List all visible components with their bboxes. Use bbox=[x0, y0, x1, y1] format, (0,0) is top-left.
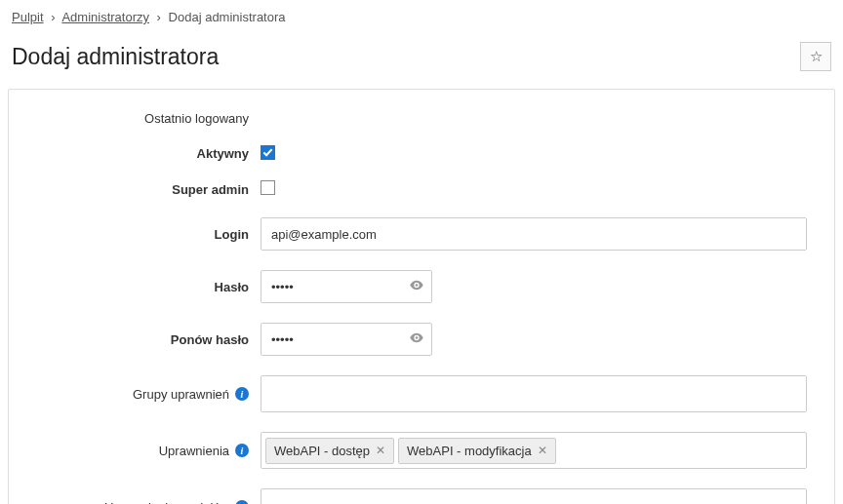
permission-groups-label-wrap: Grupy uprawnień i bbox=[9, 387, 261, 402]
breadcrumb: Pulpit › Administratorzy › Dodaj adminis… bbox=[0, 0, 843, 34]
active-label: Aktywny bbox=[9, 146, 261, 161]
module-permissions-label-wrap: Uprawnienia modułów i bbox=[9, 500, 261, 505]
password-label: Hasło bbox=[9, 280, 261, 294]
password-repeat-input[interactable] bbox=[261, 323, 432, 356]
form-panel: Ostatnio logowany Aktywny Super admin Lo… bbox=[8, 89, 835, 504]
breadcrumb-link-pulpit[interactable]: Pulpit bbox=[12, 10, 44, 24]
breadcrumb-current: Dodaj administratora bbox=[169, 10, 286, 24]
tag-remove-icon[interactable]: ✕ bbox=[538, 444, 547, 457]
page-header: Dodaj administratora ☆ bbox=[0, 34, 843, 89]
password-repeat-label: Ponów hasło bbox=[9, 332, 261, 347]
login-label: Login bbox=[9, 227, 261, 242]
active-checkbox[interactable] bbox=[261, 145, 275, 160]
permission-tag: WebAPI - dostęp ✕ bbox=[265, 438, 394, 464]
last-login-label: Ostatnio logowany bbox=[9, 111, 261, 126]
superadmin-checkbox[interactable] bbox=[261, 180, 275, 195]
breadcrumb-separator: › bbox=[157, 10, 161, 24]
page-title: Dodaj administratora bbox=[12, 44, 219, 70]
breadcrumb-link-administratorzy[interactable]: Administratorzy bbox=[61, 10, 149, 24]
eye-icon[interactable] bbox=[409, 330, 424, 349]
tag-remove-icon[interactable]: ✕ bbox=[376, 444, 385, 457]
tag-label: WebAPI - dostęp bbox=[274, 444, 370, 458]
info-icon[interactable]: i bbox=[235, 444, 249, 457]
permissions-input[interactable]: WebAPI - dostęp ✕ WebAPI - modyfikacja ✕ bbox=[261, 432, 807, 469]
permission-groups-label: Grupy uprawnień bbox=[133, 387, 229, 402]
superadmin-label: Super admin bbox=[9, 182, 261, 197]
star-icon: ☆ bbox=[810, 48, 823, 65]
permission-tag: WebAPI - modyfikacja ✕ bbox=[398, 438, 556, 464]
info-icon[interactable]: i bbox=[235, 500, 249, 504]
permissions-label-wrap: Uprawnienia i bbox=[9, 444, 261, 458]
tag-label: WebAPI - modyfikacja bbox=[407, 444, 532, 458]
eye-icon[interactable] bbox=[409, 278, 424, 296]
permissions-label: Uprawnienia bbox=[159, 444, 229, 458]
password-input[interactable] bbox=[261, 270, 432, 303]
module-permissions-label: Uprawnienia modułów bbox=[104, 500, 229, 505]
permission-groups-input[interactable] bbox=[261, 375, 807, 412]
login-input[interactable] bbox=[261, 217, 807, 251]
check-icon bbox=[262, 147, 273, 158]
info-icon[interactable]: i bbox=[235, 387, 249, 401]
breadcrumb-separator: › bbox=[51, 10, 55, 24]
module-permissions-input[interactable] bbox=[261, 488, 807, 504]
favorite-button[interactable]: ☆ bbox=[800, 42, 831, 71]
